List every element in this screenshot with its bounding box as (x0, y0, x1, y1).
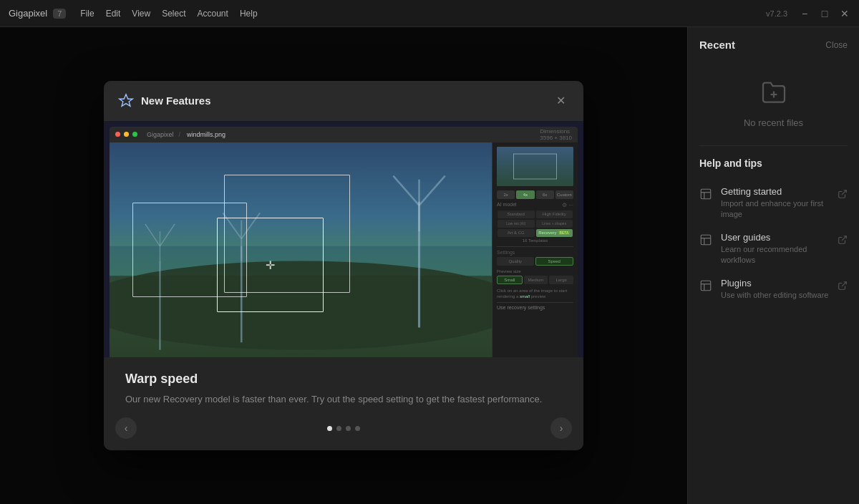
mockup-model-row1: Standard High Fidelity (497, 210, 573, 218)
help-item-user-guides[interactable]: User guides Learn our recommended workfl… (699, 226, 848, 272)
mockup-lines-option: Lines + shapes (536, 220, 573, 228)
menu-edit[interactable]: Edit (106, 9, 121, 19)
mockup-recovery-option: Recovery BETA (536, 229, 573, 237)
prev-slide-button[interactable]: ‹ (115, 417, 137, 439)
selection-box-active: ✛ (217, 218, 324, 312)
slide-dot-3[interactable] (346, 426, 351, 431)
modal-title: New Features (141, 94, 211, 107)
help-section: Help and tips Getting started Import and… (699, 158, 848, 306)
slide-dot-1[interactable] (327, 426, 332, 431)
mockup-preview-size-row: Small Medium Large (497, 276, 573, 284)
modal-overlay: New Features ✕ Gigapi (0, 27, 687, 504)
mockup-small-btn: Small (497, 276, 523, 284)
svg-rect-28 (701, 281, 711, 291)
feature-image: Gigapixel / windmills.png Dimensions3596… (104, 121, 583, 357)
user-guides-title: User guides (721, 232, 830, 243)
mockup-tab-active: windmills.png (187, 131, 225, 138)
mockup-preview-size-label: Preview size (497, 269, 573, 273)
window-controls: − □ ✕ (799, 8, 850, 19)
folder-icon (761, 79, 787, 110)
mockup-btn-4x: 4x (516, 190, 534, 199)
plugins-desc: Use with other editing software (721, 290, 830, 301)
mockup-btn-6x: 6x (536, 190, 554, 199)
mockup-small-highlight: small (520, 294, 530, 299)
user-guides-icon (699, 233, 714, 248)
titlebar-right: v7.2.3 − □ ✕ (766, 8, 850, 19)
svg-line-27 (842, 236, 846, 241)
plugins-arrow-icon (838, 281, 848, 293)
mockup-sidebar: 2x 4x 6x Custom AI model ⚙ ··· (492, 142, 578, 357)
app-name: Gigapixel (9, 8, 47, 19)
mockup-tab-inactive: Gigapixel (147, 131, 174, 138)
plugins-icon (699, 279, 714, 294)
minimize-button[interactable]: − (799, 8, 810, 19)
app-version-badge: 7 (53, 9, 66, 19)
recent-header: Recent Close (699, 39, 848, 51)
menu-account[interactable]: Account (198, 9, 228, 19)
help-item-getting-started[interactable]: Getting started Import and enhance your … (699, 180, 848, 226)
getting-started-arrow-icon (838, 189, 848, 201)
mockup-ai-model-section: AI model ⚙ ··· Standard High Fidelity (497, 202, 573, 243)
version-text: v7.2.3 (766, 9, 787, 18)
getting-started-desc: Import and enhance your first image (721, 198, 830, 220)
modal-navigation: ‹ › (104, 417, 583, 450)
mockup-divider1 (497, 246, 573, 247)
menu-select[interactable]: Select (162, 9, 185, 19)
user-guides-content: User guides Learn our recommended workfl… (721, 232, 830, 266)
mockup-use-recovery: Use recovery settings (497, 302, 573, 310)
mockup-medium-btn: Medium (524, 276, 548, 284)
menu-file[interactable]: File (80, 9, 94, 19)
left-area: New Features ✕ Gigapi (0, 27, 687, 504)
maximize-button[interactable]: □ (819, 8, 830, 19)
mockup-templates-count: 16 Templates (497, 238, 573, 243)
mockup-main-scene: ✛ (110, 142, 492, 357)
no-recent-text: No recent files (744, 117, 803, 128)
mockup-preview-thumb (497, 147, 573, 186)
plugins-content: Plugins Use with other editing software (721, 278, 830, 301)
plugins-title: Plugins (721, 278, 830, 289)
mockup-large-btn: Large (549, 276, 573, 284)
mockup-highfidelity-option: High Fidelity (536, 210, 573, 218)
titlebar: Gigapixel 7 File Edit View Select Accoun… (0, 0, 859, 27)
getting-started-title: Getting started (721, 186, 830, 197)
no-recent-section: No recent files (699, 62, 848, 146)
mockup-click-hint: Click on an area of the image to start r… (497, 289, 573, 300)
mockup-btn-custom: Custom (555, 190, 573, 199)
svg-rect-20 (701, 189, 711, 199)
slide-indicators (327, 426, 360, 431)
next-slide-button[interactable]: › (550, 417, 572, 439)
modal-title-wrap: New Features (118, 93, 211, 109)
mockup-model-row3: Art & CG Recovery BETA (497, 229, 573, 237)
svg-rect-24 (701, 235, 711, 245)
help-title: Help and tips (699, 158, 848, 169)
user-guides-arrow-icon (838, 235, 848, 247)
dot-red (115, 132, 120, 137)
slide-dot-4[interactable] (355, 426, 360, 431)
sparkle-icon (118, 93, 134, 109)
mockup-scale-controls: 2x 4x 6x Custom (497, 190, 573, 199)
modal-close-button[interactable]: ✕ (552, 92, 569, 110)
slide-dot-2[interactable] (336, 426, 341, 431)
right-panel: Recent Close No recent files Help and ti… (687, 27, 859, 504)
app-mockup: Gigapixel / windmills.png Dimensions3596… (110, 127, 578, 357)
titlebar-left: Gigapixel 7 File Edit View Select Accoun… (9, 8, 258, 19)
main-area: New Features ✕ Gigapi (0, 27, 859, 504)
modal-header: New Features ✕ (104, 81, 583, 121)
menu-view[interactable]: View (132, 9, 150, 19)
mockup-standard-option: Standard (498, 210, 535, 218)
mockup-btn-2x: 2x (497, 190, 515, 199)
getting-started-icon (699, 188, 714, 202)
dot-yellow (124, 132, 129, 137)
help-item-plugins[interactable]: Plugins Use with other editing software (699, 272, 848, 306)
menu-bar: File Edit View Select Account Help (80, 9, 257, 19)
modal-dialog: New Features ✕ Gigapi (104, 81, 583, 451)
close-window-button[interactable]: ✕ (839, 8, 850, 19)
svg-rect-16 (497, 147, 573, 186)
mockup-recovery-label: Recovery (538, 231, 556, 235)
mockup-titlebar: Gigapixel / windmills.png Dimensions3596… (110, 127, 578, 142)
feature-title: Warp speed (125, 372, 562, 387)
menu-help[interactable]: Help (240, 9, 258, 19)
modal-body: Gigapixel / windmills.png Dimensions3596… (104, 121, 583, 451)
mockup-model-row2: Low res (AI) Lines + shapes (497, 220, 573, 228)
close-recent-button[interactable]: Close (825, 40, 848, 50)
